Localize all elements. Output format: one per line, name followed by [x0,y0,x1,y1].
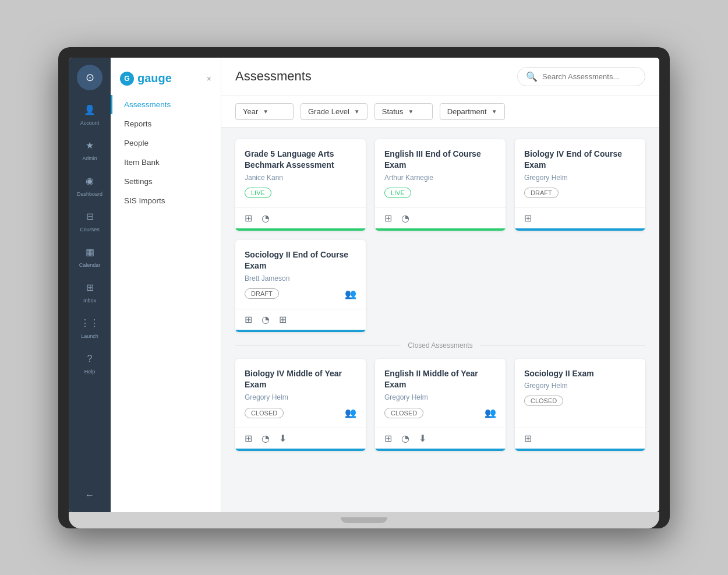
card-footer-1: ⊞ ◔ [235,207,366,228]
closed-section-label: Closed Assessments [408,341,472,350]
assessment-card-3: Biology IV End of Course Exam Gregory He… [515,139,645,231]
nav-item-bank[interactable]: Item Bank [111,153,221,172]
closed-status-badge-3: CLOSED [524,396,563,406]
admin-icon: ★ [82,137,98,154]
card-author-2: Arthur Karnegie [384,174,496,182]
sidebar-item-admin[interactable]: ★ Admin [71,133,108,166]
nav-settings[interactable]: Settings [111,172,221,191]
closed-card-bar-3 [515,449,645,451]
closed-card-footer-2: ⊞ ◔ ⬇ [375,428,506,449]
status-filter[interactable]: Status ▼ [374,103,433,120]
add-icon-closed-3[interactable]: ⊞ [524,433,532,444]
add-icon-2[interactable]: ⊞ [384,213,392,224]
gauge-logo-text: gauge [137,72,172,85]
closed-card-3: Sociology II Exam Gregory Helm CLOSED ⊞ [515,359,645,451]
search-input[interactable] [542,72,637,81]
status-badge-4: DRAFT [245,288,279,299]
sidebar-item-label: Courses [80,227,100,232]
white-sidebar: G gauge × Assessments Reports People Ite… [111,58,221,512]
people-icon-closed-2: 👥 [485,407,496,418]
status-filter-label: Status [382,107,404,116]
search-icon: 🔍 [526,71,538,82]
laptop-base [69,512,659,528]
department-filter[interactable]: Department ▼ [440,103,505,120]
closed-card-title-1: Biology IV Middle of Year Exam [245,368,356,391]
closed-card-author-3: Gregory Helm [524,382,636,390]
chart-icon-2[interactable]: ◔ [401,213,409,224]
card-badges-3: DRAFT [524,188,636,198]
chart-icon-4[interactable]: ◔ [261,314,270,325]
sidebar-item-inbox[interactable]: ⊞ Inbox [71,275,108,308]
year-filter-chevron: ▼ [263,108,268,115]
add-icon-closed-2[interactable]: ⊞ [384,433,392,444]
nav-sis-imports[interactable]: SIS Imports [111,191,221,210]
status-badge-2: LIVE [384,188,411,198]
year-filter[interactable]: Year ▼ [235,103,294,120]
nav-assessments[interactable]: Assessments [111,95,221,114]
close-button[interactable]: × [207,74,211,83]
card-author-1: Janice Kann [245,174,356,182]
sidebar-item-label: Dashboard [77,191,103,197]
sidebar-item-label: Calendar [79,262,101,268]
card-bar-1 [235,228,366,231]
gauge-logo-icon: G [120,72,134,86]
sidebar-item-account[interactable]: 👤 Account [71,97,108,130]
sidebar-item-launch[interactable]: ⋮⋮ Launch [71,311,108,344]
download-icon-closed-1[interactable]: ⬇ [279,433,287,444]
sidebar-item-label: Admin [82,156,97,161]
search-box[interactable]: 🔍 [517,67,645,86]
sidebar-item-help[interactable]: ? Help [71,346,108,379]
card-bar-4 [235,330,366,332]
card-author-4: Brett Jameson [245,274,356,283]
collapse-button[interactable]: ← [80,485,99,505]
card-badges-2: LIVE [384,188,496,198]
main-header: Assessments 🔍 [221,58,659,96]
chart-icon-1[interactable]: ◔ [261,213,270,224]
grid-icon-4[interactable]: ⊞ [279,314,287,325]
year-filter-label: Year [243,107,258,116]
closed-card-title-3: Sociology II Exam [524,368,636,380]
add-icon-3[interactable]: ⊞ [524,213,532,224]
closed-cards-grid: Biology IV Middle of Year Exam Gregory H… [235,359,645,451]
sidebar-item-label: Launch [81,333,98,339]
closed-card-title-2: English II Middle of Year Exam [384,368,496,391]
assessment-card-2: English III End of Course Exam Arthur Ka… [375,139,506,231]
laptop-notch [341,517,387,523]
main-content: Assessments 🔍 Year ▼ Grade Level ▼ Statu… [221,58,659,512]
laptop-screen: ⊙ 👤 Account ★ Admin ◉ Dashboard ⊟ Course… [69,58,659,512]
card-author-3: Gregory Helm [524,174,636,182]
sidebar-item-courses[interactable]: ⊟ Courses [71,204,108,237]
sidebar-item-calendar[interactable]: ▦ Calendar [71,239,108,273]
add-icon-1[interactable]: ⊞ [245,213,252,224]
closed-card-2: English II Middle of Year Exam Gregory H… [375,359,506,451]
closed-card-author-2: Gregory Helm [384,393,496,401]
card-badges-1: LIVE [245,188,356,198]
closed-card-body-1: Biology IV Middle of Year Exam Gregory H… [235,359,366,428]
sidebar-header: G gauge × [111,67,221,95]
sidebar-item-dashboard[interactable]: ◉ Dashboard [71,168,108,202]
chart-icon-closed-1[interactable]: ◔ [261,433,270,444]
add-icon-4[interactable]: ⊞ [245,314,252,325]
assessment-card-1: Grade 5 Language Arts Bechmark Assessmen… [235,139,366,231]
card-footer-4: ⊞ ◔ ⊞ [235,309,366,330]
add-icon-closed-1[interactable]: ⊞ [245,433,252,444]
people-icon-closed-1: 👥 [345,407,356,418]
chart-icon-closed-2[interactable]: ◔ [401,433,409,444]
grade-level-filter[interactable]: Grade Level ▼ [301,103,367,120]
download-icon-closed-2[interactable]: ⬇ [419,433,426,444]
closed-card-badges-3: CLOSED [524,396,636,406]
card-title-2: English III End of Course Exam [384,149,496,171]
closed-status-badge-2: CLOSED [384,408,423,418]
nav-reports[interactable]: Reports [111,114,221,133]
page-title: Assessments [235,69,312,84]
card-title-3: Biology IV End of Course Exam [524,149,636,171]
closed-card-badges-1: CLOSED 👥 [245,407,356,418]
dark-sidebar: ⊙ 👤 Account ★ Admin ◉ Dashboard ⊟ Course… [69,58,111,512]
closed-card-badges-2: CLOSED 👥 [384,407,496,418]
divider-line-right [480,345,645,345]
grade-level-filter-label: Grade Level [308,107,349,116]
active-cards-grid: Grade 5 Language Arts Bechmark Assessmen… [235,139,645,231]
card-footer-2: ⊞ ◔ [375,207,506,228]
closed-card-bar-1 [235,449,366,451]
nav-people[interactable]: People [111,133,221,153]
